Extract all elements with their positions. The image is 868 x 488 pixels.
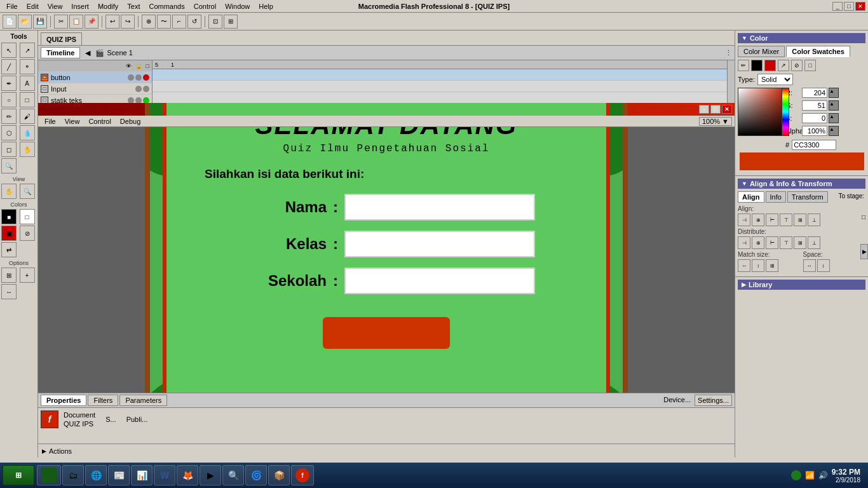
align-left-button[interactable]: ⊡ <box>208 15 222 29</box>
flash-menu-file[interactable]: File <box>41 118 60 125</box>
color-hue-strip[interactable] <box>782 88 789 136</box>
align-left-btn[interactable]: ⊣ <box>738 214 750 226</box>
r-input[interactable] <box>802 88 827 98</box>
start-button-taskbar[interactable]: ⊞ <box>3 465 34 485</box>
tab-info[interactable]: Info <box>766 191 786 203</box>
frame-row-2[interactable] <box>153 81 727 92</box>
pencil-tool[interactable]: ✏ <box>1 109 17 124</box>
flash-menu-view[interactable]: View <box>61 118 84 125</box>
option-btn-3[interactable]: □ <box>804 60 816 71</box>
zoom-tool[interactable]: 🔍 <box>1 158 17 173</box>
flash-menu-debug[interactable]: Debug <box>116 118 144 125</box>
match-h-btn[interactable]: ↕ <box>752 259 764 272</box>
menu-control[interactable]: Control <box>190 0 220 13</box>
taskbar-app-firefox[interactable]: 🦊 <box>177 465 198 485</box>
taskbar-app-7[interactable]: 📦 <box>268 465 290 485</box>
align-bottom-btn[interactable]: ⊥ <box>808 214 820 226</box>
cut-button[interactable]: ✂ <box>54 15 68 29</box>
space-h-btn[interactable]: ↔ <box>803 259 816 272</box>
taskbar-app-chrome[interactable]: 🔍 <box>222 465 244 485</box>
align-top-btn[interactable]: ⊤ <box>780 214 792 226</box>
rotate-button[interactable]: ↺ <box>187 15 201 29</box>
timeline-options[interactable]: ⋮ <box>725 49 732 57</box>
save-button[interactable]: 💾 <box>33 15 47 29</box>
stroke-color[interactable]: ■ <box>1 209 17 224</box>
flash-maximize[interactable]: □ <box>710 105 721 114</box>
tab-parameters[interactable]: Parameters <box>119 395 167 406</box>
fill-color[interactable]: □ <box>20 209 35 224</box>
alpha-slider[interactable]: ▲ <box>829 126 839 136</box>
align-right-btn[interactable]: ⊢ <box>766 214 778 226</box>
settings-button[interactable]: Settings... <box>695 395 732 406</box>
swap-colors[interactable]: ⇄ <box>1 242 17 257</box>
maximize-button[interactable]: □ <box>844 2 854 11</box>
menu-help[interactable]: Help <box>255 0 277 13</box>
undo-button[interactable]: ↩ <box>105 15 119 29</box>
b-input[interactable] <box>802 113 827 123</box>
distribute-button[interactable]: ⊞ <box>224 15 238 29</box>
g-input[interactable] <box>802 100 827 111</box>
lc-lock2[interactable] <box>143 86 149 92</box>
stroke-red[interactable]: ▣ <box>1 226 17 241</box>
layer-row-input[interactable]: □ Input <box>38 83 152 95</box>
no-color[interactable]: ⊘ <box>20 226 35 241</box>
black-swatch[interactable] <box>751 60 763 71</box>
arrow-tool[interactable]: ↖ <box>1 43 17 58</box>
taskbar-app-explorer[interactable]: 🗂 <box>62 465 84 485</box>
input-sekolah[interactable] <box>344 268 535 294</box>
r-slider[interactable]: ▲ <box>829 88 839 98</box>
color-gradient[interactable] <box>738 88 786 136</box>
lc-lock3[interactable] <box>135 97 142 104</box>
library-collapse-arrow[interactable]: ▶ <box>742 281 746 288</box>
lasso-tool[interactable]: ⌖ <box>20 59 35 74</box>
rect-tool[interactable]: □ <box>20 92 35 107</box>
menu-view[interactable]: View <box>44 0 67 13</box>
taskbar-app-media[interactable]: ▶ <box>200 465 221 485</box>
line-tool[interactable]: ╱ <box>1 59 17 74</box>
lc-outline[interactable] <box>143 74 149 81</box>
align-center-h-btn[interactable]: ⊕ <box>752 214 764 226</box>
tab-align[interactable]: Align <box>738 191 764 203</box>
b-slider[interactable]: ▲ <box>829 113 839 123</box>
actions-panel[interactable]: ▶ Actions <box>38 444 735 458</box>
layer-row-button[interactable]: 📼 button <box>38 72 152 83</box>
lc-lock[interactable] <box>135 74 142 81</box>
outline-header[interactable]: □ <box>146 63 149 69</box>
fill-tool[interactable]: ⬡ <box>1 125 17 140</box>
lock-header[interactable]: 🔒 <box>135 63 142 69</box>
snap-option[interactable]: ⊞ <box>1 268 17 283</box>
option3[interactable]: ↔ <box>1 284 17 299</box>
brush-tool[interactable]: 🖌 <box>20 109 35 124</box>
menu-commands[interactable]: Commands <box>145 0 188 13</box>
menu-text[interactable]: Text <box>123 0 144 13</box>
device-button[interactable]: Device... <box>661 395 693 406</box>
menu-window[interactable]: Window <box>221 0 254 13</box>
hex-input[interactable] <box>792 140 836 150</box>
dist-right-btn[interactable]: ⊢ <box>766 236 778 249</box>
text-tool[interactable]: A <box>20 76 35 91</box>
lc-eye3[interactable] <box>128 97 134 104</box>
lc-eye[interactable] <box>128 74 134 81</box>
lc-eye2[interactable] <box>135 86 142 92</box>
g-slider[interactable]: ▲ <box>829 100 839 111</box>
taskbar-app-6[interactable]: 🌀 <box>245 465 267 485</box>
align-collapse-arrow[interactable]: ▼ <box>742 180 747 187</box>
flash-close[interactable]: ✕ <box>722 105 732 114</box>
align-center-v-btn[interactable]: ⊞ <box>794 214 806 226</box>
flash-menu-control[interactable]: Control <box>85 118 114 125</box>
subselect-tool[interactable]: ↗ <box>20 43 35 58</box>
menu-modify[interactable]: Modify <box>94 0 122 13</box>
dist-top-btn[interactable]: ⊤ <box>780 236 792 249</box>
straighten-button[interactable]: ⌐ <box>172 15 186 29</box>
hand-view-tool[interactable]: ✋ <box>1 184 17 199</box>
tab-transform[interactable]: Transform <box>787 191 828 203</box>
tab-filters[interactable]: Filters <box>88 395 118 406</box>
menu-insert[interactable]: Insert <box>67 0 93 13</box>
eye-header[interactable]: 👁 <box>126 63 132 69</box>
taskbar-app-8[interactable]: f <box>291 465 314 485</box>
dist-bottom-btn[interactable]: ⊥ <box>808 236 820 249</box>
option-btn-1[interactable]: ↗ <box>778 60 789 71</box>
oval-tool[interactable]: ○ <box>1 92 17 107</box>
pen-tool[interactable]: ✒ <box>1 76 17 91</box>
frame-row-3[interactable] <box>153 92 727 104</box>
